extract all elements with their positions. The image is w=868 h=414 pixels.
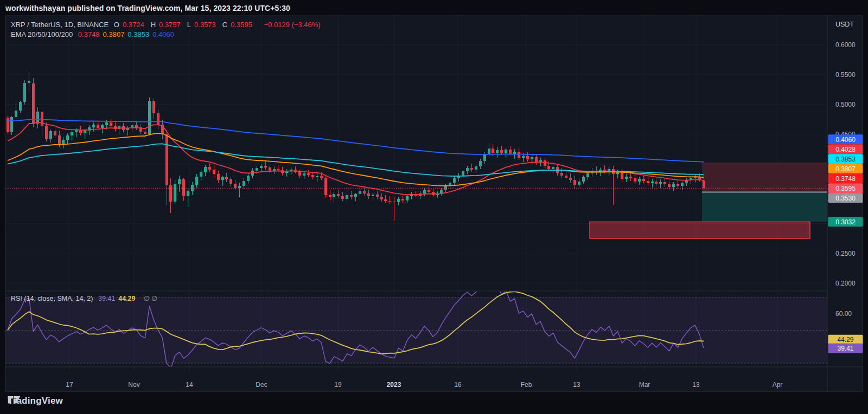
candle-body: [659, 182, 662, 184]
candle-body: [333, 194, 335, 198]
rsi-empty-inputs: ∅ ∅: [144, 295, 157, 302]
candle-body: [406, 196, 409, 200]
demand-zone[interactable]: [702, 192, 827, 222]
candle-body: [367, 193, 370, 197]
candle-body: [427, 190, 430, 192]
rsi-value-0: 39.41: [98, 295, 115, 302]
rsi-label-44.29: 44.29: [837, 336, 853, 344]
legend-L: L0.3573: [187, 21, 219, 29]
symbol-legend[interactable]: XRP / TetherUS, 1D, BINANCE O0.3724H0.37…: [11, 21, 324, 29]
candle-body: [655, 182, 658, 184]
rsi-title: RSI (14, close, SMA, 14, 2): [11, 295, 93, 302]
footer-brand[interactable]: TradingView: [8, 396, 63, 406]
candle-body: [505, 150, 507, 153]
candle-body: [621, 172, 623, 179]
price-label-0.3748: 0.3748: [835, 175, 856, 183]
candle-body: [36, 112, 39, 124]
candle-body: [573, 180, 576, 185]
time-label-13: 13: [692, 381, 700, 389]
candle-body: [28, 81, 30, 83]
price-label-0.3032: 0.3032: [835, 218, 856, 226]
price-tick: 0.5500: [835, 71, 856, 79]
candle-body: [303, 173, 305, 175]
candle-body: [187, 191, 189, 196]
candle-body: [552, 167, 554, 169]
candle-body: [273, 169, 276, 171]
candle-body: [668, 184, 671, 186]
candle-body: [62, 140, 65, 145]
candle-body: [195, 177, 198, 185]
rsi-values: 39.4144.29: [98, 295, 139, 302]
candle-body: [277, 169, 279, 170]
candle-body: [247, 176, 250, 181]
candle-body: [703, 180, 705, 188]
candle-body: [526, 156, 529, 159]
candle-body: [97, 125, 99, 128]
legend-C: C0.3595: [222, 21, 256, 29]
ema-legend[interactable]: EMA 20/50/100/200 0.37480.38070.38530.40…: [11, 30, 181, 38]
candle-body: [380, 197, 383, 199]
candle-body: [307, 173, 310, 174]
symbol-title: XRP / TetherUS, 1D, BINANCE: [11, 21, 108, 29]
candle-body: [401, 199, 404, 200]
change-value: −0.0129 (−3.46%): [264, 21, 321, 29]
ema-values: 0.37480.38070.38530.4060: [78, 30, 177, 38]
price-label-0.4060: 0.4060: [835, 136, 856, 144]
candle-body: [483, 154, 486, 161]
candle-body: [535, 157, 538, 163]
candle-body: [144, 132, 146, 133]
candle-body: [488, 148, 490, 154]
price-label-0.3530: 0.3530: [835, 195, 856, 202]
candle-body: [560, 173, 563, 175]
candle-body: [71, 132, 73, 135]
candle-body: [324, 178, 327, 195]
candle-body: [681, 183, 684, 186]
candle-body: [178, 179, 181, 184]
candle-body: [23, 83, 26, 102]
candle-body: [354, 194, 357, 197]
tradingview-snapshot: workwithshayan published on TradingView.…: [0, 0, 868, 414]
time-label-2023: 2023: [387, 381, 401, 389]
rsi-value-1: 44.29: [118, 295, 135, 302]
candle-body: [625, 177, 628, 179]
candle-body: [388, 201, 391, 202]
candle-body: [393, 202, 395, 202]
candle-body: [208, 167, 211, 169]
candle-body: [372, 195, 374, 196]
candle-body: [105, 122, 108, 126]
candle-body: [66, 135, 69, 140]
candle-body: [544, 160, 546, 166]
candle-body: [316, 176, 318, 177]
candle-body: [58, 135, 61, 145]
candle-body: [54, 131, 56, 135]
candle-body: [500, 150, 503, 153]
candle-body: [629, 177, 632, 178]
time-label-Feb: Feb: [521, 381, 532, 389]
candle-body: [49, 131, 52, 139]
candle-body: [92, 125, 95, 127]
candle-body: [256, 168, 258, 170]
candle-body: [19, 102, 22, 110]
supply-zone[interactable]: [702, 163, 827, 192]
candle-body: [363, 191, 366, 193]
rsi-label-39.41: 39.41: [837, 345, 853, 352]
candle-body: [518, 152, 520, 158]
candle-body: [522, 156, 525, 158]
candle-body: [337, 194, 340, 196]
rsi-legend[interactable]: RSI (14, close, SMA, 14, 2) 39.4144.29 ∅…: [11, 294, 161, 302]
candle-body: [242, 181, 245, 186]
price-label-0.4028: 0.4028: [835, 146, 856, 153]
ema-value-2: 0.3853: [127, 30, 149, 38]
time-label-19: 19: [334, 381, 342, 389]
candle-body: [200, 172, 202, 177]
candle-body: [547, 166, 550, 169]
candle-body: [440, 190, 443, 193]
candle-body: [10, 117, 13, 133]
candle-body: [496, 150, 499, 152]
price-tick: 0.2500: [835, 250, 856, 257]
support-red-box[interactable]: [590, 222, 810, 238]
time-label-Nov: Nov: [128, 381, 139, 389]
chart-canvas[interactable]: USDT0.60000.55000.50000.45000.40000.3500…: [0, 0, 868, 414]
candle-body: [341, 196, 344, 198]
candle-body: [311, 175, 314, 177]
